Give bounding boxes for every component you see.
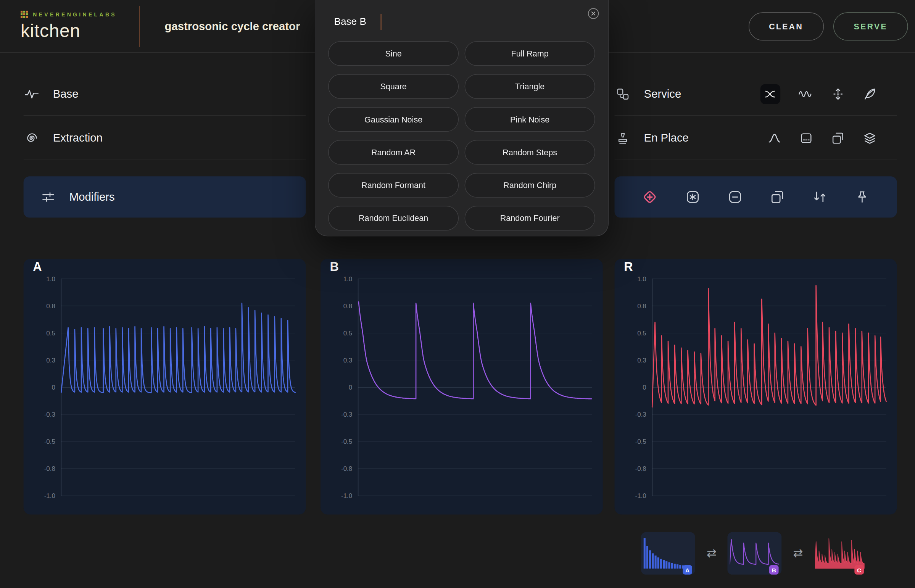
- clean-button[interactable]: CLEAN: [748, 12, 824, 40]
- serve-button[interactable]: SERVE: [833, 12, 908, 40]
- minus-box-icon[interactable]: [727, 189, 742, 205]
- divider: [615, 115, 897, 116]
- svg-text:-1.0: -1.0: [341, 492, 352, 499]
- waveform-option-pink-noise[interactable]: Pink Noise: [465, 107, 595, 132]
- sidebar-item-label: Base: [53, 88, 79, 101]
- waveform-option-random-steps[interactable]: Random Steps: [465, 140, 595, 165]
- svg-text:0.3: 0.3: [46, 357, 55, 364]
- svg-text:-0.8: -0.8: [635, 465, 646, 472]
- svg-text:-0.3: -0.3: [635, 411, 646, 418]
- svg-text:0.8: 0.8: [637, 302, 646, 310]
- waveform-option-random-chirp[interactable]: Random Chirp: [465, 173, 595, 198]
- waveform-icon: [24, 87, 40, 101]
- svg-text:-1.0: -1.0: [635, 492, 646, 499]
- waveform-option-random-formant[interactable]: Random Formant: [328, 173, 458, 198]
- sidebar-item-extraction[interactable]: Extraction: [24, 118, 306, 159]
- sidebar-item-modifiers[interactable]: Modifiers: [24, 176, 306, 218]
- chart-label-a: A: [33, 260, 42, 274]
- svg-text:1.0: 1.0: [637, 276, 646, 283]
- stretch-vertical-icon[interactable]: [831, 87, 845, 101]
- svg-text:0.5: 0.5: [637, 330, 646, 337]
- chart-label-r: R: [624, 260, 633, 274]
- badge-b: B: [769, 565, 779, 575]
- chart-panel-a: A 1.00.80.50.30-0.3-0.5-0.8-1.0: [24, 259, 306, 514]
- chart-label-b: B: [330, 260, 339, 274]
- header-divider: [139, 6, 140, 47]
- sliders-icon: [40, 190, 56, 204]
- sidebar-item-base[interactable]: Base: [24, 74, 306, 115]
- chart-r[interactable]: 1.00.80.50.30-0.3-0.5-0.8-1.0: [615, 259, 897, 514]
- swap-bc-icon[interactable]: ⇄: [790, 546, 806, 560]
- svg-text:0: 0: [52, 384, 55, 391]
- brand-name: NEVERENGINELABS: [33, 12, 117, 18]
- chart-panel-b: B 1.00.80.50.30-0.3-0.5-0.8-1.0: [321, 259, 603, 514]
- feather-icon[interactable]: [863, 87, 877, 101]
- add-diamond-icon[interactable]: [641, 189, 658, 205]
- crossfade-icon[interactable]: [760, 84, 780, 104]
- duplicate-icon[interactable]: [831, 131, 845, 145]
- svg-text:1.0: 1.0: [46, 276, 55, 283]
- divider: [615, 159, 897, 160]
- service-icon: [615, 87, 631, 101]
- pin-icon[interactable]: [854, 189, 870, 205]
- waveform-option-square[interactable]: Square: [328, 74, 458, 99]
- waveform-option-random-ar[interactable]: Random AR: [328, 140, 458, 165]
- waveform-option-random-fourier[interactable]: Random Fourier: [465, 206, 595, 231]
- dashed-box-icon[interactable]: [799, 131, 813, 145]
- close-icon[interactable]: [586, 6, 601, 21]
- waveform-option-gaussian-noise[interactable]: Gaussian Noise: [328, 107, 458, 132]
- sidebar-item-label: Modifiers: [69, 191, 115, 204]
- svg-text:0: 0: [349, 384, 352, 391]
- thumbnail-c[interactable]: C: [813, 532, 867, 575]
- modal-title: Base B: [334, 16, 366, 28]
- divider: [24, 159, 306, 160]
- chart-a[interactable]: 1.00.80.50.30-0.3-0.5-0.8-1.0: [24, 259, 306, 514]
- badge-a: A: [683, 565, 692, 575]
- brand-logo-icon: [21, 11, 29, 19]
- svg-text:0: 0: [642, 384, 646, 391]
- menu-row-en-place: En Place: [615, 118, 897, 159]
- swap-ab-icon[interactable]: ⇄: [703, 546, 720, 560]
- waveform-option-full-ramp[interactable]: Full Ramp: [465, 41, 595, 66]
- svg-text:0.3: 0.3: [637, 357, 646, 364]
- app-title: kitchen: [21, 21, 122, 42]
- menu-label-en-place: En Place: [644, 132, 689, 145]
- modifier-toolbar: [615, 176, 897, 218]
- svg-text:-0.5: -0.5: [44, 438, 55, 445]
- sidebar-item-label: Extraction: [53, 132, 103, 145]
- svg-text:0.8: 0.8: [344, 302, 353, 310]
- spiral-icon: [24, 131, 40, 145]
- svg-text:-0.3: -0.3: [44, 411, 55, 418]
- svg-text:0.5: 0.5: [344, 330, 353, 337]
- waveform-option-random-euclidean[interactable]: Random Euclidean: [328, 206, 458, 231]
- svg-text:-0.8: -0.8: [341, 465, 352, 472]
- asterisk-box-icon[interactable]: [685, 189, 700, 205]
- waveform-picker-modal: Base B SineFull RampSquareTriangleGaussi…: [315, 0, 609, 237]
- waveform-options: SineFull RampSquareTriangleGaussian Nois…: [327, 41, 596, 231]
- svg-text:0.3: 0.3: [344, 357, 353, 364]
- thumbnail-a[interactable]: A: [641, 532, 695, 575]
- menu-row-service: Service: [615, 74, 897, 115]
- brand-block: NEVERENGINELABS kitchen: [21, 11, 122, 42]
- svg-text:-0.8: -0.8: [44, 465, 55, 472]
- app-root: NEVERENGINELABS kitchen gastrosonic cycl…: [0, 0, 915, 588]
- svg-text:0.8: 0.8: [46, 302, 55, 310]
- layers-icon[interactable]: [863, 131, 877, 145]
- svg-text:0.5: 0.5: [46, 330, 55, 337]
- wave-icon[interactable]: [798, 87, 813, 101]
- divider: [24, 115, 306, 116]
- svg-text:-0.5: -0.5: [635, 438, 646, 445]
- menu-label-service: Service: [644, 88, 681, 101]
- svg-text:-1.0: -1.0: [44, 492, 55, 499]
- swap-routes-icon[interactable]: [812, 189, 827, 205]
- stamp-icon: [615, 131, 631, 145]
- waveform-option-sine[interactable]: Sine: [328, 41, 458, 66]
- chart-b[interactable]: 1.00.80.50.30-0.3-0.5-0.8-1.0: [321, 259, 603, 514]
- waveform-option-triangle[interactable]: Triangle: [465, 74, 595, 99]
- peak-curve-icon[interactable]: [767, 131, 781, 145]
- clone-icon[interactable]: [770, 189, 785, 205]
- svg-text:-0.5: -0.5: [341, 438, 352, 445]
- chart-panel-r: R 1.00.80.50.30-0.3-0.5-0.8-1.0: [615, 259, 897, 514]
- title-caret: [381, 14, 382, 30]
- thumbnail-b[interactable]: B: [727, 532, 781, 575]
